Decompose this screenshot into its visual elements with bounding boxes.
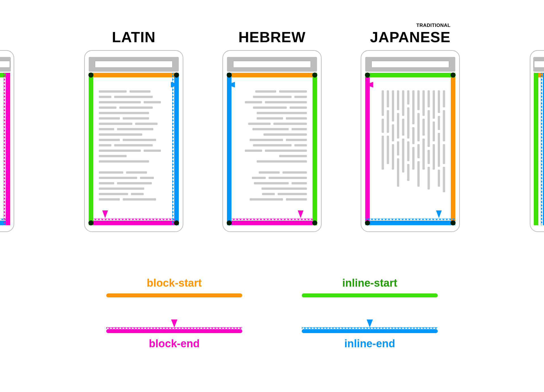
url-bar [371,61,449,68]
legend-block-start-label: block-start [147,278,202,288]
url-bar [233,61,311,68]
legend-inline-end-bar [302,329,438,333]
inline-start-edge [365,73,455,77]
phone-statusbar [89,57,179,72]
phone-statusbar [365,57,455,72]
inline-start-edge [313,73,317,225]
latin-column: LATIN [84,30,183,232]
inline-end-edge [174,73,179,225]
block-start-edge [89,73,179,77]
block-start-edge [227,73,317,77]
legend-inline-arrow [366,297,373,328]
text-placeholder-hebrew [237,90,307,214]
text-placeholder-latin [99,90,169,214]
heading-latin: LATIN [112,30,156,44]
hebrew-column: HEBREW [222,30,322,232]
heading-japanese: TRADITIONAL JAPANESE [370,30,450,44]
block-end-edge [365,73,370,225]
inline-flow-arrow [95,81,180,88]
legend: block-start block-end inline-start inlin… [0,278,544,349]
legend-block: block-start block-end [106,278,242,349]
block-start-edge [451,73,455,225]
heading-japanese-super: TRADITIONAL [416,23,451,28]
block-end-edge [227,221,317,225]
inline-flow-arrow [226,81,311,88]
legend-inline: inline-start inline-end [302,278,438,349]
phone-hebrew [222,50,322,232]
legend-block-end-label: block-end [149,338,199,349]
phone-japanese [361,50,460,232]
heading-japanese-label: JAPANESE [370,29,450,45]
legend-inline-start-label: inline-start [342,278,397,288]
legend-inline-end-label: inline-end [344,338,395,349]
text-placeholder-japanese [375,90,445,232]
japanese-column: TRADITIONAL JAPANESE [361,30,460,232]
block-flow-arrow [364,81,449,88]
legend-block-arrow [171,297,178,328]
inline-start-edge [89,73,93,225]
heading-hebrew: HEBREW [238,30,305,44]
url-bar [95,61,172,68]
phones-row: LATIN [0,30,544,232]
legend-block-end-bar [106,329,242,333]
block-end-edge [89,221,179,225]
inline-end-edge [227,73,231,225]
phone-statusbar [227,57,317,72]
phone-latin [84,50,183,232]
